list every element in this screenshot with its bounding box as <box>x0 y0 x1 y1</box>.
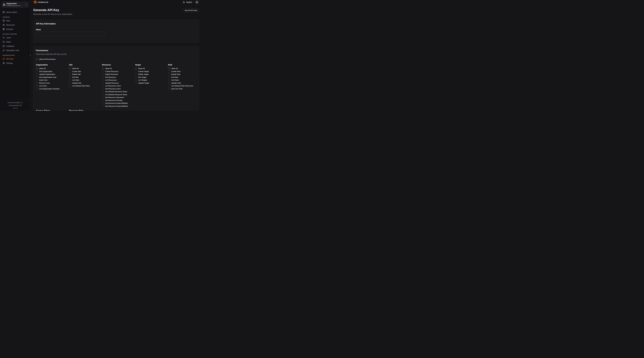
permission-row[interactable]: Update Role <box>168 82 196 84</box>
permission-row[interactable]: Delete Resource <box>102 73 130 75</box>
permission-checkbox[interactable] <box>168 73 170 75</box>
sidebar-item-roles[interactable]: Roles <box>2 40 29 44</box>
permission-row[interactable]: Set Resource Email Whitelist <box>102 102 130 104</box>
permission-row[interactable]: Allow All <box>69 67 97 70</box>
permission-row[interactable]: Create Role <box>168 70 196 73</box>
org-selector[interactable]: Organization milo@fossorial.io's ... <box>2 2 29 7</box>
permission-row[interactable]: Allow All <box>102 67 130 70</box>
permission-row[interactable]: Get Target <box>135 76 163 78</box>
permission-checkbox[interactable] <box>168 88 170 90</box>
permission-row[interactable]: Invite User <box>36 79 64 81</box>
sidebar-item-invitations[interactable]: Invitations <box>2 44 29 48</box>
permission-checkbox[interactable] <box>69 73 71 75</box>
permission-row[interactable]: Update Resource <box>102 82 130 84</box>
permission-checkbox[interactable] <box>135 67 137 70</box>
permission-row[interactable]: Get Site <box>69 76 97 78</box>
sidebar-item-domains[interactable]: Domains <box>2 27 29 31</box>
allow-all-permissions-checkbox[interactable] <box>36 58 38 60</box>
permission-row[interactable]: Delete Site <box>69 73 97 75</box>
permission-row[interactable]: Delete Target <box>135 73 163 75</box>
permission-row[interactable]: Allow All <box>135 67 163 70</box>
permission-row[interactable]: List Allowed Site Roles <box>69 85 97 87</box>
permission-row[interactable]: Update Target <box>135 82 163 84</box>
permission-row[interactable]: List Allowed Resource Roles <box>102 94 130 96</box>
permission-row[interactable]: Get Organization <box>36 70 64 73</box>
permission-row[interactable]: Set Resource Password <box>102 96 130 99</box>
permission-checkbox[interactable] <box>102 102 104 104</box>
permission-checkbox[interactable] <box>102 85 104 87</box>
permission-checkbox[interactable] <box>102 79 104 81</box>
sidebar-item-settings[interactable]: Settings <box>2 61 29 65</box>
permission-checkbox[interactable] <box>102 73 104 75</box>
sidebar-item-server-admin[interactable]: Server Admin <box>2 10 29 14</box>
permission-row[interactable]: Set Resource Users <box>102 88 130 90</box>
sidebar-item-api-keys[interactable]: API Keys <box>2 57 29 61</box>
permission-checkbox[interactable] <box>69 82 71 84</box>
permission-checkbox[interactable] <box>36 73 38 75</box>
permission-row[interactable]: Delete Role <box>168 73 196 75</box>
permission-row[interactable]: Create Target <box>135 70 163 73</box>
permission-checkbox[interactable] <box>102 88 104 90</box>
permission-row[interactable]: List Organization Domains <box>36 88 64 90</box>
permission-checkbox[interactable] <box>69 67 71 70</box>
permission-checkbox[interactable] <box>69 70 71 73</box>
sidebar-item-resources[interactable]: Resources <box>2 23 29 27</box>
sidebar-item-sites[interactable]: Sites <box>2 18 29 23</box>
permission-checkbox[interactable] <box>135 73 137 75</box>
permission-checkbox[interactable] <box>168 82 170 84</box>
permission-checkbox[interactable] <box>168 85 170 87</box>
permission-row[interactable]: Update Site <box>69 82 97 84</box>
permission-checkbox[interactable] <box>168 76 170 78</box>
permission-checkbox[interactable] <box>36 67 38 70</box>
permission-checkbox[interactable] <box>102 76 104 78</box>
permission-checkbox[interactable] <box>36 85 38 87</box>
permission-checkbox[interactable] <box>102 82 104 84</box>
documentation-link[interactable]: Documentation <box>9 104 22 107</box>
permission-row[interactable]: Get Resource <box>102 76 130 78</box>
permission-checkbox[interactable] <box>36 70 38 73</box>
permission-checkbox[interactable] <box>102 91 104 93</box>
permission-checkbox[interactable] <box>135 79 137 81</box>
permission-checkbox[interactable] <box>69 76 71 78</box>
sidebar-resize-handle[interactable] <box>30 54 30 56</box>
permission-row[interactable]: List Allowed Role Resources <box>168 85 196 87</box>
sidebar-item-users[interactable]: Users <box>2 35 29 40</box>
permission-checkbox[interactable] <box>102 105 104 107</box>
permission-checkbox[interactable] <box>36 76 38 78</box>
avatar[interactable]: M <box>195 0 199 4</box>
permission-checkbox[interactable] <box>102 96 104 99</box>
community-edition-link[interactable]: Community Edition <box>8 101 23 104</box>
permission-row[interactable]: List Sites <box>69 79 97 81</box>
permission-row[interactable]: List Roles <box>168 79 196 81</box>
permission-checkbox[interactable] <box>135 82 137 84</box>
permission-checkbox[interactable] <box>168 79 170 81</box>
permission-checkbox[interactable] <box>102 67 104 70</box>
permission-row[interactable]: Get Resource Email Whitelist <box>102 105 130 107</box>
permission-checkbox[interactable] <box>135 76 137 78</box>
permission-row[interactable]: Set Resource Pincode <box>102 99 130 101</box>
permission-checkbox[interactable] <box>36 79 38 81</box>
permission-checkbox[interactable] <box>102 94 104 96</box>
permission-checkbox[interactable] <box>69 85 71 87</box>
permission-checkbox[interactable] <box>36 82 38 84</box>
permission-checkbox[interactable] <box>102 99 104 101</box>
permission-row[interactable]: Allow All <box>36 67 64 70</box>
permission-row[interactable]: Add User Role <box>168 88 196 90</box>
permission-row[interactable]: Update Organization <box>36 73 64 75</box>
allow-all-permissions-row[interactable]: Allow All Permissions <box>36 58 196 60</box>
permission-row[interactable]: Set Allowed Resource Roles <box>102 91 130 93</box>
permission-checkbox[interactable] <box>168 67 170 70</box>
theme-toggle[interactable]: System <box>183 1 192 3</box>
permission-row[interactable]: Get Role <box>168 76 196 78</box>
pangolin-logo[interactable]: PANGOLIN <box>33 0 48 4</box>
permission-checkbox[interactable] <box>102 70 104 73</box>
sidebar-item-shareable-links[interactable]: Shareable Links <box>2 48 29 52</box>
permission-checkbox[interactable] <box>36 88 38 90</box>
name-input[interactable] <box>36 32 105 36</box>
permission-row[interactable]: Create Site <box>69 70 97 73</box>
permission-row[interactable]: Remove User <box>36 82 64 84</box>
permission-row[interactable]: List Users <box>36 85 64 87</box>
permission-row[interactable]: Allow All <box>168 67 196 70</box>
permission-checkbox[interactable] <box>168 70 170 73</box>
permission-row[interactable]: Create Resource <box>102 70 130 73</box>
